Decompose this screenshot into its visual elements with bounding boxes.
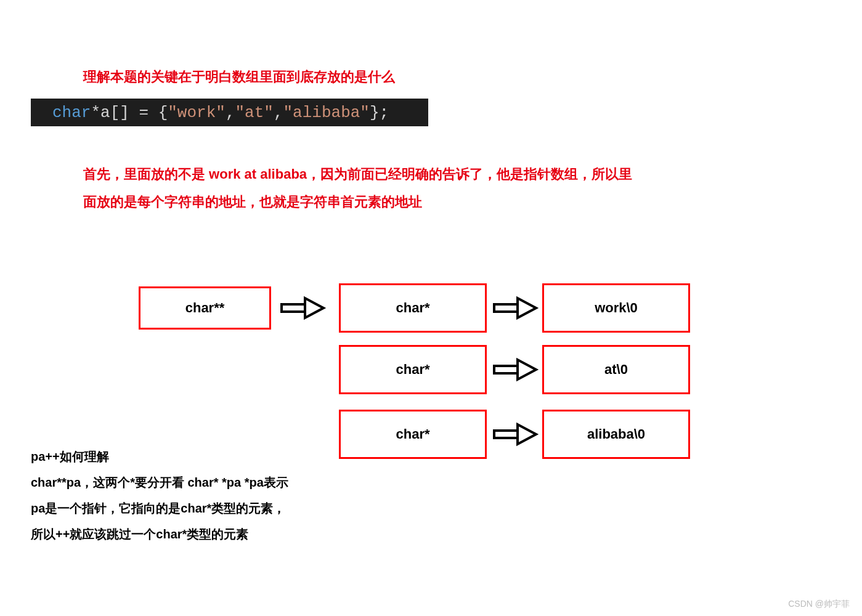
paragraph: 首先，里面放的不是 work at alibaba，因为前面已经明确的告诉了，他… (83, 160, 638, 216)
svg-rect-0 (282, 304, 306, 312)
heading: 理解本题的关键在于明白数组里面到底存放的是什么 (83, 68, 395, 86)
explain-line1: pa++如何理解 (31, 444, 290, 469)
svg-rect-4 (494, 366, 519, 373)
code-str2: "at" (235, 103, 273, 122)
svg-marker-1 (305, 298, 323, 318)
arrow-icon (280, 296, 327, 320)
svg-rect-6 (494, 431, 519, 438)
box-value-3: alibaba\0 (542, 410, 690, 459)
box-value-1: work\0 (542, 283, 690, 333)
svg-marker-3 (518, 298, 536, 318)
box-charpp: char** (139, 286, 271, 330)
svg-marker-7 (518, 424, 536, 444)
arrow-icon (493, 357, 539, 382)
box-charp-2: char* (339, 345, 487, 394)
explanation: pa++如何理解 char**pa，这两个*要分开看 char* *pa *pa… (31, 444, 290, 547)
code-keyword: char (52, 103, 91, 122)
watermark: CSDN @帅宇菲 (788, 599, 850, 610)
svg-marker-5 (518, 360, 536, 379)
arrow-icon (493, 296, 539, 320)
code-c2: , (274, 103, 283, 122)
code-c1: , (226, 103, 235, 122)
box-charp-1: char* (339, 283, 487, 333)
explain-line2: char**pa，这两个*要分开看 char* *pa *pa表示pa是一个指针… (31, 469, 290, 547)
code-var: a[] = { (100, 103, 168, 122)
code-str3: "alibaba" (283, 103, 370, 122)
svg-rect-2 (494, 304, 519, 312)
code-str1: "work" (168, 103, 226, 122)
code-star: * (91, 103, 100, 122)
box-charp-3: char* (339, 410, 487, 459)
code-end: }; (370, 103, 389, 122)
arrow-icon (493, 422, 539, 447)
code-block: char* a[] = { "work","at","alibaba" }; (31, 99, 428, 126)
box-value-2: at\0 (542, 345, 690, 394)
